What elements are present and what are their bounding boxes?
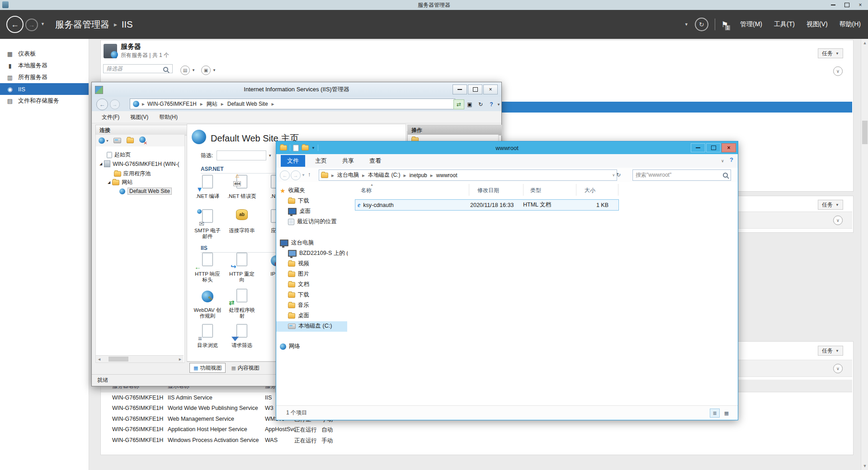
service-row[interactable]: WIN-G765IMKFE1H Application Host Helper … (101, 426, 852, 437)
nav-network-share[interactable]: BZD22109-S 上的 ( (288, 249, 348, 257)
tab-share[interactable]: 共享 (336, 155, 360, 167)
tab-feature-view[interactable]: ▦ 功能视图 (189, 363, 226, 373)
feature-http-redirect[interactable]: ↪ HTTP 重定向 (227, 253, 257, 283)
minimize-button[interactable] (453, 85, 467, 94)
nav-videos[interactable]: 视频 (288, 260, 309, 268)
iis-titlebar[interactable]: Internet Information Services (IIS)管理器 × (92, 82, 501, 97)
history-dropdown-icon[interactable]: ▼ (41, 22, 45, 26)
feature-net-compilation[interactable]: ▼ .NET 编译 (193, 175, 222, 199)
feature-handler-mappings[interactable]: ⇄ 处理程序映射 (227, 289, 257, 319)
feature-directory-browsing[interactable]: ≡ 目录浏览 (193, 324, 222, 348)
create-connection-icon[interactable] (99, 137, 105, 144)
back-button[interactable]: ← (6, 16, 24, 33)
feature-http-response-headers[interactable]: ← HTTP 响应标头 (193, 253, 222, 283)
notifications-flag[interactable]: ⚑ 1 (722, 20, 728, 29)
events-collapse-chevron[interactable]: ∨ (833, 216, 843, 225)
forward-button[interactable]: → (291, 170, 301, 180)
go-button[interactable]: ⇄ (453, 99, 464, 109)
column-date[interactable]: 修改日期 (477, 187, 499, 194)
tree-h-scrollbar[interactable]: ◄ ► (96, 355, 184, 362)
crumb-inetpub[interactable]: inetpub (409, 172, 427, 179)
nav-desktop[interactable]: 桌面 (288, 207, 311, 215)
file-row-selected[interactable]: e ksy-cdnauth 2020/11/18 16:33 HTML 文档 1… (355, 199, 619, 211)
crumb-sites[interactable]: 网站 (207, 100, 217, 108)
nav-pictures[interactable]: 图片 (288, 270, 309, 278)
recent-pages-icon[interactable]: ▼ (302, 173, 305, 177)
main-scrollbar[interactable]: ▲ ▼ (861, 39, 868, 470)
maximize-button[interactable] (706, 143, 721, 152)
close-button[interactable]: × (722, 143, 736, 152)
filter-input[interactable] (217, 150, 266, 160)
tree-item-default-web-site[interactable]: Default Web Site (119, 188, 172, 195)
column-size[interactable]: 大小 (585, 187, 595, 194)
refresh-icon[interactable]: ↻ (695, 18, 708, 31)
crumb-wwwroot[interactable]: wwwroot (436, 172, 458, 179)
scrollbar-thumb[interactable] (862, 121, 868, 144)
tab-content-view[interactable]: ▦ 内容视图 (227, 363, 263, 372)
feature-webdav[interactable]: ✎ WebDAV 创作规则 (193, 289, 222, 319)
nav-network[interactable]: 网络 (280, 343, 300, 350)
servers-collapse-chevron[interactable]: ∨ (833, 66, 843, 76)
tab-view[interactable]: 查看 (363, 155, 387, 167)
scroll-right-icon[interactable]: ► (178, 357, 182, 362)
restore-button[interactable] (840, 1, 854, 9)
services-tasks-button[interactable]: 任务▼ (818, 346, 843, 356)
scroll-up-icon[interactable]: ▲ (861, 41, 868, 45)
scroll-left-icon[interactable]: ◄ (97, 357, 101, 362)
sidebar-item-all-servers[interactable]: ▥ 所有服务器 (0, 71, 89, 83)
maximize-button[interactable] (468, 85, 482, 94)
menu-help[interactable]: 帮助(H) (840, 20, 861, 28)
crumb-site[interactable]: Default Web Site (227, 101, 268, 107)
crumb-c-drive[interactable]: 本地磁盘 (C:) (368, 171, 400, 179)
tree-item-sites[interactable]: ◢ 网站 (108, 179, 132, 186)
nav-dropdown-icon[interactable]: ▼ (684, 22, 689, 27)
save-filter-button[interactable]: ▣▼ (201, 66, 216, 75)
scrollbar-thumb[interactable] (108, 357, 128, 362)
sidebar-item-dashboard[interactable]: ▦ 仪表板 (0, 48, 89, 60)
tree-item-app-pools[interactable]: 应用程序池 (114, 170, 151, 178)
nav-this-pc[interactable]: 这台电脑 (280, 239, 314, 247)
close-button[interactable]: × (483, 85, 498, 94)
events-tasks-button[interactable]: 任务▼ (818, 200, 843, 210)
nav-downloads[interactable]: 下载 (288, 197, 309, 205)
tree-item-start-page[interactable]: 起始页 (107, 151, 131, 159)
tab-home[interactable]: 主页 (309, 155, 333, 167)
nav-downloads-pc[interactable]: 下载 (288, 291, 309, 299)
crumb-this-pc[interactable]: 这台电脑 (337, 171, 359, 179)
sidebar-item-iis[interactable]: ◉ IIS (0, 83, 89, 95)
feature-net-error-pages[interactable]: 404 ⚠ .NET 错误页 (227, 175, 257, 199)
nav-music[interactable]: 音乐 (288, 301, 309, 309)
filter-saved-button[interactable]: ▤▼ (180, 66, 195, 75)
feature-connection-strings[interactable]: ab 连接字符串 (227, 209, 257, 234)
nav-favorites[interactable]: ★ 收藏夹 (280, 187, 305, 194)
dropdown-arrow-icon[interactable]: ▼ (268, 154, 272, 158)
services-collapse-chevron[interactable]: ∨ (833, 364, 843, 373)
iis-breadcrumb[interactable]: ▸ WIN-G765IMKFE1H ▸ 网站 ▸ Default Web Sit… (130, 99, 455, 109)
up-button[interactable]: ↑ (308, 171, 311, 178)
menu-help[interactable]: 帮助(H) (159, 113, 178, 121)
address-dropdown-icon[interactable]: ∨ (612, 173, 615, 177)
sidebar-item-file-storage[interactable]: ▤ 文件和存储服务 (0, 95, 89, 107)
menu-file[interactable]: 文件(F) (102, 113, 119, 121)
explorer-breadcrumb[interactable]: ▸ 这台电脑 ▸ 本地磁盘 (C:) ▸ inetpub ▸ wwwroot ∨ (319, 169, 617, 181)
back-button[interactable]: ← (96, 99, 108, 110)
nav-desktop-pc[interactable]: 桌面 (288, 312, 309, 320)
breadcrumb-root[interactable]: 服务器管理器 (55, 19, 109, 31)
ribbon-expand-icon[interactable]: ∨ (721, 159, 724, 163)
stop-button[interactable]: ▣ (464, 99, 475, 109)
feature-request-filtering[interactable]: 请求筛选 (227, 324, 257, 348)
scroll-down-icon[interactable]: ▼ (861, 464, 868, 468)
menu-view[interactable]: 视图(V) (130, 113, 148, 121)
icons-view-button[interactable]: ▦ (722, 409, 731, 418)
menu-manage[interactable]: 管理(M) (740, 20, 762, 28)
service-row[interactable]: WIN-G765IMKFE1H Windows Process Activati… (101, 437, 852, 448)
dropdown-arrow-icon[interactable]: ▼ (106, 139, 109, 142)
nav-c-drive[interactable]: 本地磁盘 (C:) (288, 322, 332, 330)
feature-smtp-email[interactable]: ✉ SMTP 电子邮件 (193, 209, 222, 240)
search-box[interactable]: 搜索"wwwroot" (632, 169, 731, 181)
refresh-icon[interactable]: ↻ (616, 172, 621, 178)
minimize-button[interactable] (691, 143, 705, 152)
details-view-button[interactable]: ≣ (710, 409, 720, 418)
server-filter-input[interactable] (103, 64, 173, 73)
refresh-icon[interactable]: ↻ (475, 99, 486, 109)
